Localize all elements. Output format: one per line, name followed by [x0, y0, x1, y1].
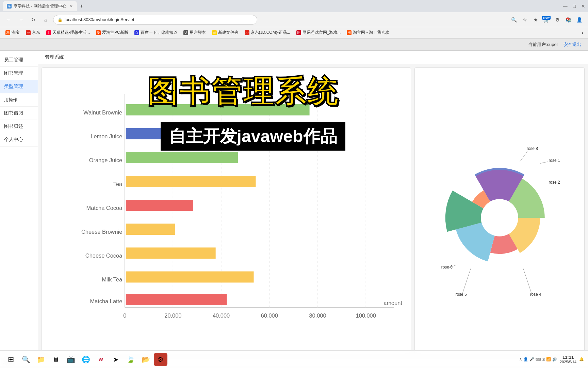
- url-input[interactable]: 🔒 localhost:8080/mybook/loginServlet: [53, 15, 257, 25]
- taskbar-right: ∧ 👤 🎤 ⌨ S 📶 🔊 11:11 2025/5/14 🔔: [519, 355, 584, 364]
- logout-button[interactable]: 安全退出: [564, 42, 581, 48]
- svg-line-24: [520, 152, 527, 162]
- bookmark-tianmao[interactable]: T 天猫精选-理想生活...: [44, 29, 93, 36]
- address-bar: ← → ↻ ⌂ 🔒 localhost:8080/mybook/loginSer…: [0, 12, 588, 27]
- search-toolbar-icon[interactable]: 🔍: [509, 15, 519, 25]
- bar-milk-tea: [126, 271, 254, 282]
- taskbar-leaf[interactable]: 🍃: [124, 353, 137, 366]
- browser-toolbar: 🔍 ☆ ★ 🛒 New ⚙ 📚 👤: [509, 15, 584, 25]
- active-tab[interactable]: 享 享学科技 - 网站后台管理中心 ✕: [3, 1, 77, 11]
- taobao2-icon: 淘: [347, 30, 352, 35]
- collections-icon[interactable]: 📚: [564, 15, 573, 25]
- svg-text:Cheese Cocoa: Cheese Cocoa: [85, 252, 122, 259]
- bookmark-newfolder[interactable]: 📁 新建文件夹: [209, 29, 241, 36]
- bookmark-jdcom[interactable]: JD 京东(JD.COM)-正品...: [242, 29, 293, 36]
- bar-tea: [126, 176, 256, 187]
- rose-label-2: rose 2: [549, 180, 560, 185]
- bookmark-userscript[interactable]: U 用户脚本: [181, 29, 209, 36]
- jd-icon: JD: [26, 30, 31, 35]
- bookmark-netease[interactable]: 网 网易游戏官网_游戏...: [294, 29, 344, 36]
- bookmark-label: 网易游戏官网_游戏...: [303, 30, 341, 35]
- clock-date: 2025/5/14: [560, 360, 576, 364]
- svg-text:Lemon Juice: Lemon Juice: [91, 133, 122, 139]
- sidebar-item-return[interactable]: 图书归还: [0, 120, 38, 133]
- network-icon: 📶: [546, 357, 551, 362]
- mic-icon: 🎤: [529, 357, 534, 362]
- favorites-icon[interactable]: ★: [531, 15, 540, 25]
- taskbar-search[interactable]: 🔍: [19, 353, 33, 366]
- content-header: 管理系统: [38, 51, 588, 64]
- tab-title: 享学科技 - 网站后台管理中心: [14, 3, 66, 9]
- taskbar-arrow[interactable]: ➤: [109, 353, 122, 366]
- edge-collect-icon[interactable]: 🛒 New: [542, 15, 551, 25]
- svg-text:80,000: 80,000: [309, 312, 326, 319]
- start-button[interactable]: ⊞: [4, 353, 18, 366]
- rose-label-6: rose 6: [441, 265, 453, 270]
- more-bookmarks-button[interactable]: ›: [580, 30, 585, 36]
- new-tab-button[interactable]: +: [77, 1, 86, 11]
- rose-chart-svg: rose 1 rose 2 rose 8 rose 6 rose 5 rose …: [418, 71, 581, 351]
- bar-cheese-cocoa: [126, 247, 216, 259]
- taskbar-monitor[interactable]: 🖥: [49, 353, 63, 366]
- taskbar-wps[interactable]: W: [94, 353, 108, 366]
- reload-button[interactable]: ↻: [29, 15, 38, 25]
- rose-chart: rose 1 rose 2 rose 8 rose 6 rose 5 rose …: [414, 67, 585, 354]
- sidebar-item-ops[interactable]: 用操作: [0, 93, 38, 107]
- maximize-button[interactable]: □: [573, 3, 576, 9]
- svg-text:Milk Tea: Milk Tea: [102, 276, 122, 282]
- bookmark-label: 百度一下，你就知道: [141, 30, 177, 35]
- home-button[interactable]: ⌂: [41, 15, 50, 25]
- content-header-text: 管理系统: [45, 54, 64, 60]
- minimize-button[interactable]: ─: [563, 3, 568, 10]
- bookmark-label: 京东(JD.COM)-正品...: [251, 30, 290, 35]
- userscript-icon: U: [183, 30, 188, 35]
- bookmark-jd[interactable]: JD 京东: [23, 29, 43, 36]
- sidebar-item-types[interactable]: 类型管理: [0, 80, 38, 93]
- bar-matcha-latte: [126, 294, 227, 305]
- tianmao-icon: T: [46, 30, 51, 35]
- sidebar-item-borrow[interactable]: 图书借阅: [0, 107, 38, 120]
- bookmark-label: 用户脚本: [190, 30, 206, 35]
- ime-icon: S: [542, 357, 545, 362]
- chevron-up-icon[interactable]: ∧: [519, 357, 522, 362]
- back-button[interactable]: ←: [4, 15, 14, 25]
- bookmark-taobao2[interactable]: 淘 淘宝网 - 淘！我喜欢: [344, 29, 392, 36]
- rose-label-8: rose 8: [527, 146, 538, 151]
- svg-text:20,000: 20,000: [164, 312, 181, 319]
- svg-text:Walnut Brownie: Walnut Brownie: [83, 109, 122, 116]
- bookmark-label: 爱淘宝PC新版: [102, 30, 128, 35]
- bookmark-label: 新建文件夹: [218, 30, 239, 35]
- bar-cheese-brownie: [126, 224, 175, 235]
- bookmark-aitaobao[interactable]: 爱 爱淘宝PC新版: [93, 29, 131, 36]
- url-text: localhost:8080/mybook/loginServlet: [65, 17, 134, 22]
- bookmark-add-icon[interactable]: ☆: [520, 15, 529, 25]
- profile-icon[interactable]: 👤: [574, 15, 584, 25]
- taskbar-browser[interactable]: 🌐: [79, 353, 93, 366]
- bookmark-baidu[interactable]: 百 百度一下，你就知道: [132, 29, 180, 36]
- sidebar: 员工管理 图书管理 类型管理 用操作 图书借阅 图书归还 个人中心: [0, 51, 38, 358]
- content-area: 管理系统 图书管理系统 自主开发javaweb作品 0 20,000 40,00…: [38, 51, 588, 358]
- forward-button[interactable]: →: [16, 15, 26, 25]
- sidebar-item-books[interactable]: 图书管理: [0, 67, 38, 80]
- rose-center: [481, 199, 518, 236]
- bar-matcha: [126, 200, 193, 211]
- taskbar-tv[interactable]: 📺: [64, 353, 78, 366]
- bookmark-taobao[interactable]: 淘 淘宝: [3, 29, 22, 36]
- bookmark-label: 天猫精选-理想生活...: [52, 30, 90, 35]
- bookmark-label: 淘宝网 - 淘！我喜欢: [353, 30, 389, 35]
- jdcom-icon: JD: [245, 30, 249, 35]
- tab-bar: 享 享学科技 - 网站后台管理中心 ✕ + ─ □ ✕: [0, 0, 588, 12]
- taskbar-settings[interactable]: ⚙: [154, 353, 167, 366]
- notification-icon[interactable]: 🔔: [579, 357, 584, 362]
- clock-time: 11:11: [560, 355, 576, 360]
- taskbar-files[interactable]: 📁: [34, 353, 48, 366]
- close-button[interactable]: ✕: [581, 3, 585, 9]
- settings-icon[interactable]: ⚙: [553, 15, 562, 25]
- tab-close-button[interactable]: ✕: [70, 4, 73, 9]
- sidebar-item-profile[interactable]: 个人中心: [0, 133, 38, 147]
- svg-text:Tea: Tea: [113, 181, 122, 187]
- sidebar-item-staff[interactable]: 员工管理: [0, 53, 38, 67]
- volume-icon: 🔊: [552, 357, 557, 362]
- taskbar-folder[interactable]: 📂: [139, 353, 152, 366]
- rose-label-5: rose 5: [456, 292, 467, 297]
